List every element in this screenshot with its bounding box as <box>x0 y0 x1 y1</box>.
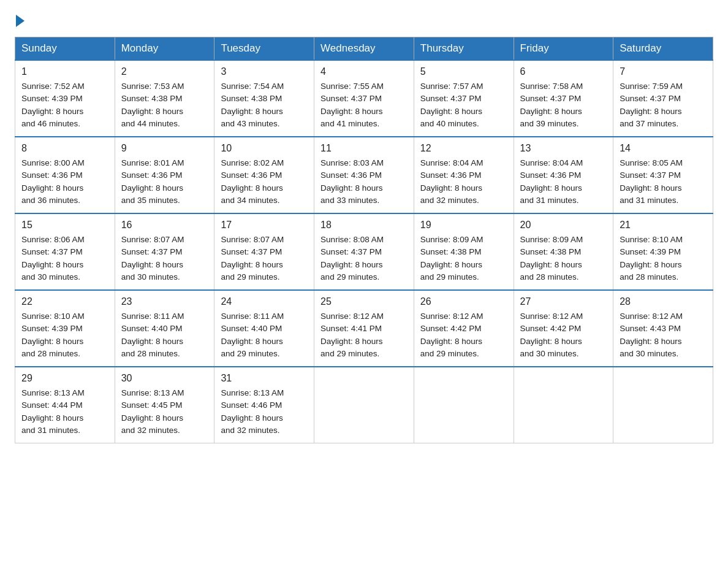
header-thursday: Thursday <box>414 37 514 61</box>
calendar-cell: 16Sunrise: 8:07 AMSunset: 4:37 PMDayligh… <box>115 213 214 290</box>
day-number: 5 <box>420 64 507 79</box>
calendar-cell <box>613 367 713 443</box>
calendar-cell: 11Sunrise: 8:03 AMSunset: 4:36 PMDayligh… <box>314 137 414 213</box>
calendar-cell: 5Sunrise: 7:57 AMSunset: 4:37 PMDaylight… <box>414 60 514 137</box>
header-sunday: Sunday <box>15 37 115 61</box>
calendar-week-row: 15Sunrise: 8:06 AMSunset: 4:37 PMDayligh… <box>15 213 713 290</box>
calendar-cell: 25Sunrise: 8:12 AMSunset: 4:41 PMDayligh… <box>314 290 414 367</box>
calendar-week-row: 22Sunrise: 8:10 AMSunset: 4:39 PMDayligh… <box>15 290 713 367</box>
calendar-cell: 22Sunrise: 8:10 AMSunset: 4:39 PMDayligh… <box>15 290 115 367</box>
day-number: 25 <box>320 294 408 309</box>
calendar-cell: 24Sunrise: 8:11 AMSunset: 4:40 PMDayligh… <box>214 290 314 367</box>
calendar-cell: 4Sunrise: 7:55 AMSunset: 4:37 PMDaylight… <box>314 60 414 137</box>
calendar-cell: 29Sunrise: 8:13 AMSunset: 4:44 PMDayligh… <box>15 367 115 443</box>
day-number: 29 <box>21 371 108 386</box>
day-number: 4 <box>320 64 408 79</box>
calendar-table: Sunday Monday Tuesday Wednesday Thursday… <box>15 37 713 443</box>
day-number: 9 <box>121 141 208 156</box>
calendar-cell: 8Sunrise: 8:00 AMSunset: 4:36 PMDaylight… <box>15 137 115 213</box>
calendar-cell: 23Sunrise: 8:11 AMSunset: 4:40 PMDayligh… <box>115 290 214 367</box>
calendar-cell <box>414 367 514 443</box>
day-number: 20 <box>520 218 607 232</box>
calendar-cell: 21Sunrise: 8:10 AMSunset: 4:39 PMDayligh… <box>613 213 713 290</box>
day-number: 22 <box>21 294 108 309</box>
calendar-week-row: 8Sunrise: 8:00 AMSunset: 4:36 PMDaylight… <box>15 137 713 213</box>
day-number: 30 <box>121 371 208 386</box>
calendar-cell: 20Sunrise: 8:09 AMSunset: 4:38 PMDayligh… <box>514 213 613 290</box>
calendar-cell: 14Sunrise: 8:05 AMSunset: 4:37 PMDayligh… <box>613 137 713 213</box>
header-saturday: Saturday <box>613 37 713 61</box>
calendar-cell: 27Sunrise: 8:12 AMSunset: 4:42 PMDayligh… <box>514 290 613 367</box>
day-number: 18 <box>320 218 408 232</box>
day-number: 13 <box>520 141 607 156</box>
calendar-cell: 3Sunrise: 7:54 AMSunset: 4:38 PMDaylight… <box>214 60 314 137</box>
day-number: 2 <box>121 64 208 79</box>
calendar-cell: 31Sunrise: 8:13 AMSunset: 4:46 PMDayligh… <box>214 367 314 443</box>
header-tuesday: Tuesday <box>214 37 314 61</box>
calendar-cell: 1Sunrise: 7:52 AMSunset: 4:39 PMDaylight… <box>15 60 115 137</box>
header-wednesday: Wednesday <box>314 37 414 61</box>
day-number: 14 <box>620 141 707 156</box>
day-number: 26 <box>420 294 507 309</box>
calendar-cell: 26Sunrise: 8:12 AMSunset: 4:42 PMDayligh… <box>414 290 514 367</box>
day-number: 10 <box>221 141 308 156</box>
calendar-cell: 30Sunrise: 8:13 AMSunset: 4:45 PMDayligh… <box>115 367 214 443</box>
page-header <box>15 15 713 27</box>
calendar-cell: 6Sunrise: 7:58 AMSunset: 4:37 PMDaylight… <box>514 60 613 137</box>
calendar-cell: 15Sunrise: 8:06 AMSunset: 4:37 PMDayligh… <box>15 213 115 290</box>
header-friday: Friday <box>514 37 613 61</box>
day-number: 21 <box>620 218 707 232</box>
weekday-header-row: Sunday Monday Tuesday Wednesday Thursday… <box>15 37 713 61</box>
calendar-cell: 19Sunrise: 8:09 AMSunset: 4:38 PMDayligh… <box>414 213 514 290</box>
day-number: 16 <box>121 218 208 232</box>
day-number: 8 <box>21 141 108 156</box>
calendar-cell: 12Sunrise: 8:04 AMSunset: 4:36 PMDayligh… <box>414 137 514 213</box>
logo-triangle-icon <box>16 15 25 27</box>
day-number: 6 <box>520 64 607 79</box>
day-number: 15 <box>21 218 108 232</box>
day-number: 27 <box>520 294 607 309</box>
calendar-cell <box>314 367 414 443</box>
day-number: 23 <box>121 294 208 309</box>
day-number: 28 <box>620 294 707 309</box>
calendar-cell: 18Sunrise: 8:08 AMSunset: 4:37 PMDayligh… <box>314 213 414 290</box>
calendar-week-row: 29Sunrise: 8:13 AMSunset: 4:44 PMDayligh… <box>15 367 713 443</box>
calendar-cell: 7Sunrise: 7:59 AMSunset: 4:37 PMDaylight… <box>613 60 713 137</box>
calendar-cell: 13Sunrise: 8:04 AMSunset: 4:36 PMDayligh… <box>514 137 613 213</box>
calendar-cell: 17Sunrise: 8:07 AMSunset: 4:37 PMDayligh… <box>214 213 314 290</box>
calendar-week-row: 1Sunrise: 7:52 AMSunset: 4:39 PMDaylight… <box>15 60 713 137</box>
day-number: 12 <box>420 141 507 156</box>
day-number: 11 <box>320 141 408 156</box>
logo <box>15 15 26 27</box>
calendar-cell: 2Sunrise: 7:53 AMSunset: 4:38 PMDaylight… <box>115 60 214 137</box>
day-number: 17 <box>221 218 308 232</box>
day-number: 24 <box>221 294 308 309</box>
header-monday: Monday <box>115 37 214 61</box>
day-number: 19 <box>420 218 507 232</box>
calendar-cell: 9Sunrise: 8:01 AMSunset: 4:36 PMDaylight… <box>115 137 214 213</box>
day-number: 7 <box>620 64 707 79</box>
calendar-cell <box>514 367 613 443</box>
calendar-cell: 28Sunrise: 8:12 AMSunset: 4:43 PMDayligh… <box>613 290 713 367</box>
day-number: 3 <box>221 64 308 79</box>
day-number: 31 <box>221 371 308 386</box>
day-number: 1 <box>21 64 108 79</box>
calendar-cell: 10Sunrise: 8:02 AMSunset: 4:36 PMDayligh… <box>214 137 314 213</box>
